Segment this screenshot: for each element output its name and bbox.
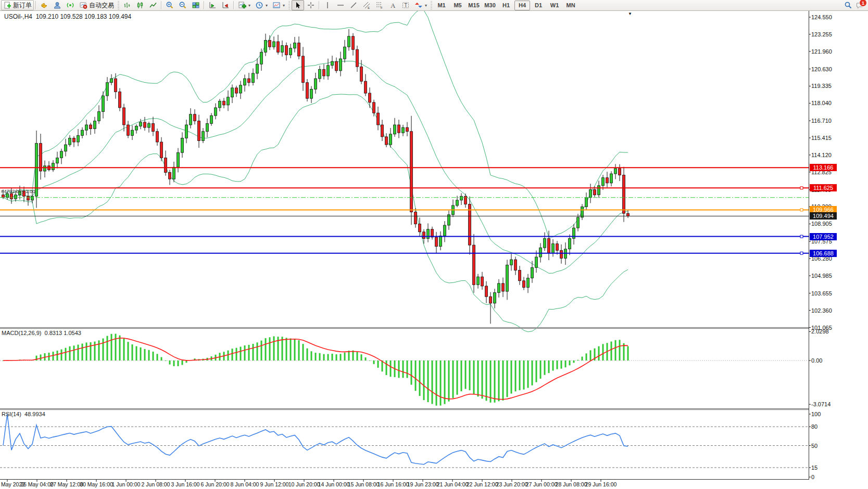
signal-button[interactable]	[64, 0, 77, 10]
chart-canvas[interactable]	[0, 0, 868, 489]
trendline-tool-button[interactable]	[347, 0, 360, 10]
rsi-line	[3, 414, 628, 465]
axis-ticks	[7, 17, 811, 482]
auto-trading-label: 自动交易	[89, 1, 114, 10]
text-tool-button[interactable]: A	[386, 0, 399, 10]
bollinger-bands	[3, 9, 628, 332]
price-level-badge: 111.625	[810, 184, 837, 191]
line-handle[interactable]	[800, 187, 803, 189]
toolbar-grip	[288, 1, 290, 9]
label-letter: T	[404, 3, 407, 8]
time-axis-border	[0, 479, 809, 480]
signal-icon	[66, 1, 74, 9]
new-order-icon	[3, 1, 11, 9]
timeframe-d1[interactable]: D1	[531, 1, 546, 10]
macd-values: 0.8313 1.0543	[45, 330, 81, 336]
line-handle[interactable]	[800, 235, 803, 238]
market-button[interactable]	[38, 0, 51, 10]
community-button[interactable]	[51, 0, 64, 10]
toolbar-separator	[35, 1, 36, 9]
rsi-indicator-label: RSI(14) 48.9934	[2, 411, 45, 417]
fibonacci-letter: F	[381, 6, 383, 9]
text-label-icon: T	[401, 1, 410, 9]
chart-title: USOil-,H4 109.210 109.528 109.183 109.49…	[4, 13, 131, 20]
zoom-in-button[interactable]	[163, 0, 176, 10]
templates-button[interactable]: ▾	[270, 0, 287, 10]
line-handle[interactable]	[800, 252, 803, 254]
channel-letter: E	[368, 6, 370, 9]
line-chart-type-button[interactable]	[147, 0, 159, 10]
new-order-label: 新订单	[13, 1, 32, 10]
indicators-button[interactable]: ▾	[236, 0, 253, 10]
auto-scroll-icon	[208, 1, 217, 9]
arrows-tool-button[interactable]: ▾	[412, 0, 429, 10]
toolbar: 新订单 自动交易	[0, 0, 868, 11]
scroll-to-end-marker[interactable]: ▼	[628, 11, 632, 16]
chart-shift-icon	[221, 1, 230, 9]
toolbar-separator	[204, 1, 205, 9]
template-icon	[272, 1, 281, 9]
candles	[2, 29, 630, 324]
line-chart-icon	[149, 1, 157, 9]
bar-chart-type-button[interactable]	[121, 0, 133, 10]
zoom-out-icon	[179, 1, 187, 9]
trendline-icon	[349, 1, 358, 9]
tile-windows-button[interactable]	[190, 0, 202, 10]
channel-tool-button[interactable]: E	[360, 0, 373, 10]
new-order-button[interactable]: 新订单	[1, 0, 34, 10]
arrows-dropdown-caret: ▾	[425, 3, 427, 8]
text-letter: A	[391, 2, 396, 9]
mt4-window: 新订单 自动交易	[0, 0, 868, 489]
timeframe-h4[interactable]: H4	[514, 1, 530, 10]
text-label-tool-button[interactable]: T	[399, 0, 412, 10]
indicators-icon	[238, 1, 246, 9]
toolbar-separator	[233, 1, 234, 9]
vertical-line-tool-button[interactable]	[321, 0, 334, 10]
timeframe-m30[interactable]: M30	[482, 1, 498, 10]
pane-separator-rsi[interactable]	[0, 408, 809, 410]
equidistant-channel-icon: E	[362, 1, 371, 9]
text-icon: A	[388, 1, 397, 9]
zoom-out-button[interactable]	[177, 0, 189, 10]
toolbar-separator	[319, 1, 320, 9]
cursor-tool-button[interactable]	[292, 0, 304, 10]
search-icon[interactable]	[844, 1, 852, 9]
macd-name: MACD(12,26,9)	[2, 330, 41, 336]
price-axis-border	[809, 11, 809, 480]
auto-scroll-button[interactable]	[206, 0, 219, 10]
line-handle[interactable]	[800, 209, 803, 211]
clock-icon	[255, 1, 263, 9]
indicators-dropdown-caret: ▾	[248, 3, 250, 8]
timeframe-mn[interactable]: MN	[563, 1, 578, 10]
periods-button[interactable]: ▾	[253, 0, 270, 10]
chart-shift-button[interactable]	[219, 0, 232, 10]
pane-separator-macd[interactable]	[0, 327, 809, 329]
notifications-icon[interactable]: 1	[856, 1, 864, 9]
fibonacci-tool-button[interactable]: F	[373, 0, 386, 10]
price-level-badge: 107.952	[810, 233, 837, 240]
auto-trading-button[interactable]: 自动交易	[77, 0, 116, 10]
timeframe-m5[interactable]: M5	[450, 1, 466, 10]
timeframe-w1[interactable]: W1	[547, 1, 562, 10]
timeframe-h1[interactable]: H1	[498, 1, 514, 10]
candlestick-icon	[136, 1, 144, 9]
price-level-badge: 106.688	[810, 250, 837, 257]
chart-symbol-period: USOil-,H4	[4, 13, 32, 20]
toolbar-grip	[431, 1, 432, 9]
crosshair-icon	[307, 1, 315, 9]
toolbar-separator	[161, 1, 162, 9]
macd-signal-line	[3, 338, 628, 400]
candlestick-type-button[interactable]	[134, 0, 146, 10]
price-level-badge: 113.166	[810, 164, 837, 171]
chart-ohlc-values: 109.210 109.528 109.183 109.494	[36, 13, 132, 20]
horizontal-line-tool-button[interactable]	[334, 0, 347, 10]
rsi-value: 48.9934	[24, 411, 45, 417]
fibonacci-icon: F	[375, 1, 384, 9]
timeframe-m1[interactable]: M1	[434, 1, 449, 10]
rsi-name: RSI(14)	[2, 411, 21, 417]
bar-chart-icon	[123, 1, 131, 9]
crosshair-tool-button[interactable]	[305, 0, 317, 10]
community-person-icon	[53, 1, 61, 9]
timeframe-m15[interactable]: M15	[466, 1, 482, 10]
auto-trading-icon	[79, 1, 87, 9]
